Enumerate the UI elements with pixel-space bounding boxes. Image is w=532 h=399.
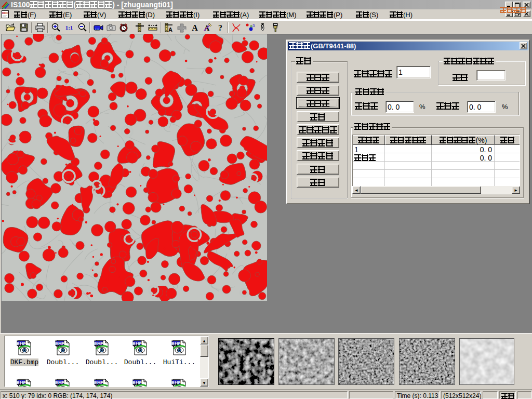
svg-text:3: 3 — [252, 23, 255, 28]
svg-text:A: A — [168, 26, 172, 33]
svg-text:1:1: 1:1 — [65, 24, 73, 31]
svg-text:DOC: DOC — [2, 11, 9, 15]
svg-text:A: A — [192, 23, 198, 32]
svg-text:?: ? — [218, 23, 222, 32]
